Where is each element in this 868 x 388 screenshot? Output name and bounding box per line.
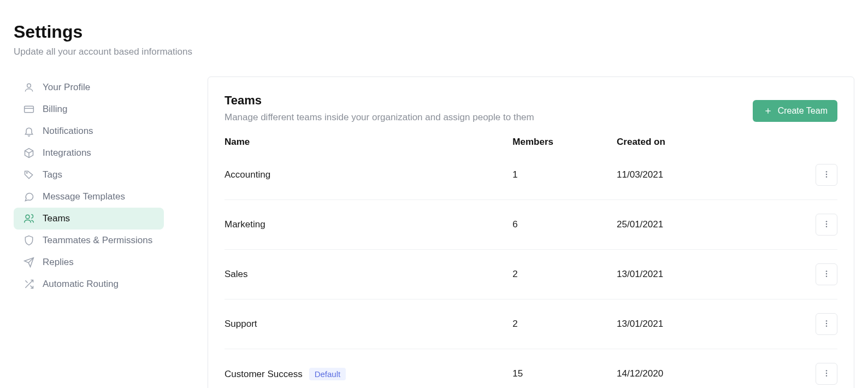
sidebar-item-billing[interactable]: Billing: [14, 98, 164, 120]
sidebar-item-teams[interactable]: Teams: [14, 208, 164, 230]
cell-name: Marketing: [225, 200, 512, 250]
cell-members: 1: [512, 156, 617, 200]
more-vertical-icon: [822, 369, 831, 379]
svg-point-25: [826, 370, 827, 371]
cell-created: 25/01/2021: [617, 200, 788, 250]
sidebar-item-label: Billing: [43, 104, 67, 115]
sidebar-item-notifications[interactable]: Notifications: [14, 120, 164, 142]
table-row: Support213/01/2021: [225, 299, 837, 349]
sidebar-item-label: Teams: [43, 213, 70, 224]
svg-point-22: [826, 320, 827, 321]
cell-members: 6: [512, 200, 617, 250]
page-subtitle: Update all your account based informatio…: [14, 46, 854, 57]
cell-name: Sales: [225, 250, 512, 299]
row-actions-button[interactable]: [816, 164, 837, 186]
cell-name: Customer SuccessDefault: [225, 349, 512, 389]
cell-actions: [788, 299, 837, 349]
row-actions-button[interactable]: [816, 263, 837, 285]
svg-point-0: [27, 84, 31, 87]
team-name: Customer Success: [225, 369, 303, 379]
svg-point-27: [826, 375, 827, 376]
team-name: Marketing: [225, 219, 265, 230]
cell-name: Accounting: [225, 156, 512, 200]
chat-icon: [23, 191, 34, 202]
svg-point-5: [26, 215, 29, 219]
create-team-label: Create Team: [778, 106, 828, 116]
svg-point-18: [826, 226, 827, 227]
svg-point-19: [826, 271, 827, 272]
cell-created: 14/12/2020: [617, 349, 788, 389]
column-header-members: Members: [512, 137, 617, 156]
sidebar-item-label: Integrations: [43, 148, 91, 158]
main-layout: Your ProfileBillingNotificationsIntegrat…: [14, 77, 854, 388]
team-name: Support: [225, 319, 257, 329]
sidebar-item-label: Your Profile: [43, 82, 90, 93]
teams-table-body: Accounting111/03/2021Marketing625/01/202…: [225, 156, 837, 388]
cell-members: 2: [512, 299, 617, 349]
sidebar-item-label: Message Templates: [43, 191, 125, 202]
more-vertical-icon: [822, 319, 831, 330]
team-name: Accounting: [225, 169, 270, 180]
sidebar-item-label: Tags: [43, 169, 62, 180]
sidebar-item-teammates-permissions[interactable]: Teammates & Permissions: [14, 230, 164, 251]
bell-icon: [23, 126, 34, 137]
svg-point-14: [826, 173, 827, 174]
create-team-button[interactable]: Create Team: [753, 100, 837, 122]
sidebar-item-integrations[interactable]: Integrations: [14, 142, 164, 164]
row-actions-button[interactable]: [816, 313, 837, 335]
sidebar-item-message-templates[interactable]: Message Templates: [14, 186, 164, 208]
plus-icon: [763, 105, 773, 116]
users-icon: [23, 213, 34, 224]
row-actions-button[interactable]: [816, 214, 837, 236]
cell-actions: [788, 200, 837, 250]
cell-created: 11/03/2021: [617, 156, 788, 200]
column-header-created: Created on: [617, 137, 788, 156]
svg-point-4: [26, 172, 27, 173]
panel-header: Teams Manage different teams inside your…: [225, 93, 837, 123]
table-row: Marketing625/01/2021: [225, 200, 837, 250]
cell-actions: [788, 349, 837, 389]
teams-panel: Teams Manage different teams inside your…: [208, 77, 854, 388]
settings-sidebar: Your ProfileBillingNotificationsIntegrat…: [14, 77, 164, 388]
cell-actions: [788, 156, 837, 200]
cell-created: 13/01/2021: [617, 250, 788, 299]
svg-point-26: [826, 372, 827, 373]
sidebar-item-replies[interactable]: Replies: [14, 251, 164, 273]
table-row: Accounting111/03/2021: [225, 156, 837, 200]
svg-point-13: [826, 171, 827, 172]
table-row: Customer SuccessDefault1514/12/2020: [225, 349, 837, 389]
svg-point-16: [826, 221, 827, 222]
svg-point-17: [826, 223, 827, 224]
team-name: Sales: [225, 269, 248, 279]
column-header-name: Name: [225, 137, 512, 156]
sidebar-item-label: Automatic Routing: [43, 279, 119, 290]
more-vertical-icon: [822, 220, 831, 230]
sidebar-item-your-profile[interactable]: Your Profile: [14, 77, 164, 98]
sidebar-item-automatic-routing[interactable]: Automatic Routing: [14, 273, 164, 295]
panel-title: Teams: [225, 93, 534, 108]
card-icon: [23, 104, 34, 115]
shuffle-icon: [23, 279, 34, 290]
table-row: Sales213/01/2021: [225, 250, 837, 299]
svg-rect-1: [25, 106, 34, 113]
sidebar-item-tags[interactable]: Tags: [14, 164, 164, 186]
teams-table: Name Members Created on Accounting111/03…: [225, 137, 837, 388]
send-icon: [23, 257, 34, 268]
page-header: Settings Update all your account based i…: [14, 22, 854, 57]
column-header-actions: [788, 137, 837, 156]
sidebar-item-label: Teammates & Permissions: [43, 235, 152, 246]
box-icon: [23, 148, 34, 158]
panel-heading-group: Teams Manage different teams inside your…: [225, 93, 534, 123]
sidebar-item-label: Notifications: [43, 126, 93, 137]
row-actions-button[interactable]: [816, 363, 837, 385]
default-badge: Default: [309, 368, 346, 380]
cell-created: 13/01/2021: [617, 299, 788, 349]
cell-name: Support: [225, 299, 512, 349]
user-icon: [23, 82, 34, 93]
svg-point-24: [826, 325, 827, 326]
sidebar-item-label: Replies: [43, 257, 74, 268]
page-title: Settings: [14, 22, 854, 42]
svg-point-21: [826, 275, 827, 277]
svg-point-23: [826, 322, 827, 324]
svg-point-15: [826, 176, 827, 177]
